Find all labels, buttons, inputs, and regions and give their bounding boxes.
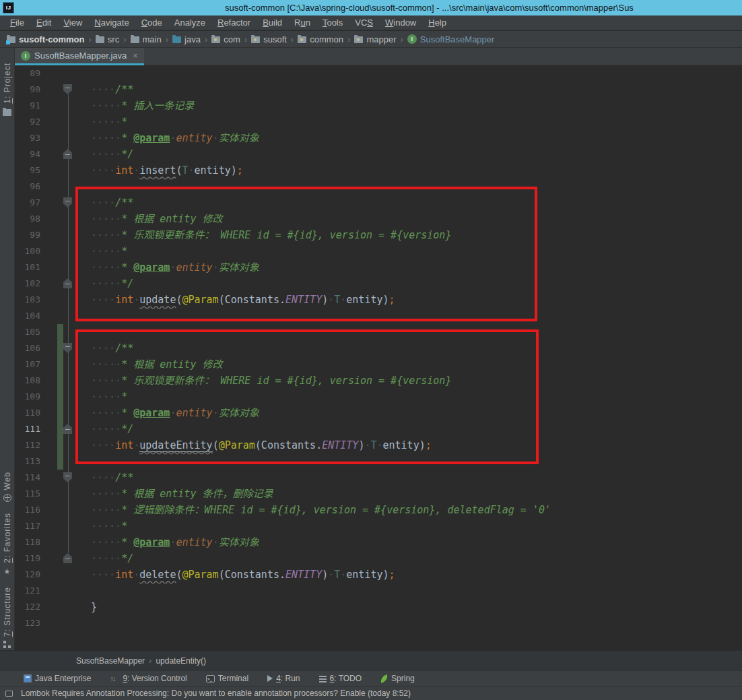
- menu-analyze[interactable]: Analyze: [168, 18, 211, 28]
- stripe-bottom-group: Web2: Favorites7: Structure: [3, 472, 12, 666]
- breadcrumb-item-common[interactable]: common: [298, 34, 343, 44]
- sidebar-item-2-favorites[interactable]: 2: Favorites: [3, 513, 12, 576]
- code-line-90[interactable]: 90····/**: [15, 82, 742, 98]
- bottom-breadcrumb-item-susoftbasemapper[interactable]: SusoftBaseMapper: [76, 656, 145, 666]
- code-line-120[interactable]: 120····int·delete(@Param(Constants.ENTIT…: [15, 567, 742, 583]
- code-line-110[interactable]: 110·····* @param·entity·实体对象: [15, 405, 742, 421]
- code-text: ·····*: [91, 114, 127, 130]
- bottom-breadcrumb: SusoftBaseMapper›updateEntity(): [0, 650, 742, 670]
- status-message[interactable]: Lombok Requires Annotation Processing: D…: [21, 689, 411, 698]
- code-line-96[interactable]: 96: [15, 179, 742, 195]
- code-line-102[interactable]: 102·····*/: [15, 276, 742, 292]
- sidebar-item-1-project[interactable]: 1: Project: [3, 63, 12, 116]
- bottom-breadcrumb-item-updateentity[interactable]: updateEntity(): [156, 656, 206, 666]
- code-line-98[interactable]: 98·····* 根据 entity 修改: [15, 211, 742, 227]
- toolbar-button-9-version-control[interactable]: 9: Version Control: [110, 674, 187, 683]
- menu-file[interactable]: File: [4, 18, 30, 28]
- gutter-fold-cell: [46, 227, 91, 243]
- menu-refactor[interactable]: Refactor: [211, 18, 257, 28]
- code-line-91[interactable]: 91·····* 插入一条记录: [15, 98, 742, 114]
- code-line-104[interactable]: 104: [15, 308, 742, 324]
- breadcrumb-separator: ›: [123, 34, 126, 44]
- menu-code[interactable]: Code: [135, 18, 168, 28]
- toolbar-button-4-run[interactable]: 4: Run: [267, 674, 300, 683]
- code-line-93[interactable]: 93·····* @param·entity·实体对象: [15, 130, 742, 146]
- close-icon[interactable]: ×: [133, 51, 138, 60]
- fold-collapse-marker[interactable]: [63, 472, 72, 482]
- breadcrumb-item-susoft[interactable]: susoft: [251, 34, 287, 44]
- fold-collapse-marker[interactable]: [63, 553, 72, 563]
- code-line-116[interactable]: 116·····* 逻辑删除条件：WHERE id = #{id}, versi…: [15, 502, 742, 518]
- code-text: ·····* @param·entity·实体对象: [91, 534, 259, 550]
- toolbar-button-terminal[interactable]: Terminal: [206, 674, 248, 683]
- ide-window: { "window": { "title": "susoft-common [C…: [0, 0, 742, 700]
- sidebar-item-7-structure[interactable]: 7: Structure: [3, 587, 12, 648]
- tab-susoftbasemapper-java[interactable]: SusoftBaseMapper.java ×: [15, 48, 144, 65]
- code-line-117[interactable]: 117·····*: [15, 518, 742, 534]
- code-line-108[interactable]: 108·····* 乐观锁更新条件： WHERE id = #{id}, ver…: [15, 373, 742, 389]
- code-line-101[interactable]: 101·····* @param·entity·实体对象: [15, 259, 742, 276]
- left-tool-window-stripe: 1: Project Web2: Favorites7: Structure: [0, 48, 15, 670]
- menu-window[interactable]: Window: [379, 18, 422, 28]
- toolbar-button-6-todo[interactable]: 6: TODO: [319, 674, 362, 683]
- breadcrumb-item-com[interactable]: com: [211, 34, 240, 44]
- toolbar-button-spring[interactable]: Spring: [380, 674, 415, 683]
- code-line-115[interactable]: 115·····* 根据 entity 条件，删除记录: [15, 486, 742, 502]
- code-line-103[interactable]: 103····int·update(@Param(Constants.ENTIT…: [15, 292, 742, 308]
- code-line-94[interactable]: 94·····*/: [15, 146, 742, 162]
- toolbar-button-java-enterprise[interactable]: Java Enterprise: [24, 674, 91, 683]
- menu-vcs[interactable]: VCS: [349, 18, 379, 28]
- structure-icon: [3, 641, 11, 648]
- menu-tools[interactable]: Tools: [316, 18, 349, 28]
- fold-collapse-marker[interactable]: [63, 343, 72, 353]
- menu-navigate[interactable]: Navigate: [88, 18, 135, 28]
- code-text: ·····* 根据 entity 条件，删除记录: [91, 486, 273, 502]
- code-line-106[interactable]: 106····/**: [15, 340, 742, 356]
- code-line-111[interactable]: 111·····*/: [15, 421, 742, 437]
- breadcrumb-item-susoftbasemapper[interactable]: SusoftBaseMapper: [407, 34, 495, 44]
- gutter-fold-cell: [46, 453, 91, 470]
- menu-view[interactable]: View: [57, 18, 88, 28]
- gutter-fold-cell: [46, 356, 91, 373]
- fold-collapse-marker[interactable]: [63, 149, 72, 159]
- code-line-107[interactable]: 107·····* 根据 entity 修改: [15, 356, 742, 373]
- breadcrumb-item-main[interactable]: main: [131, 34, 162, 44]
- line-number: 121: [15, 583, 46, 599]
- code-line-118[interactable]: 118·····* @param·entity·实体对象: [15, 534, 742, 550]
- line-number: 92: [15, 114, 46, 130]
- breadcrumb-item-src[interactable]: src: [96, 34, 119, 44]
- fold-collapse-marker[interactable]: [63, 278, 72, 288]
- code-line-112[interactable]: 112····int·updateEntity(@Param(Constants…: [15, 437, 742, 453]
- code-line-114[interactable]: 114····/**: [15, 470, 742, 486]
- code-line-99[interactable]: 99·····* 乐观锁更新条件： WHERE id = #{id}, vers…: [15, 227, 742, 243]
- toolbar-button-label: Java Enterprise: [35, 674, 91, 683]
- code-line-100[interactable]: 100·····*: [15, 243, 742, 259]
- code-line-97[interactable]: 97····/**: [15, 195, 742, 211]
- code-editor[interactable]: 8990····/**91·····* 插入一条记录92·····*93····…: [15, 65, 742, 650]
- code-line-113[interactable]: 113: [15, 453, 742, 470]
- code-line-105[interactable]: 105: [15, 324, 742, 340]
- gutter-fold-cell: [46, 292, 91, 308]
- breadcrumb-item-java[interactable]: java: [172, 34, 201, 44]
- fold-collapse-marker[interactable]: [63, 424, 72, 434]
- code-line-95[interactable]: 95····int·insert(T·entity);: [15, 162, 742, 179]
- code-line-89[interactable]: 89: [15, 65, 742, 82]
- code-line-122[interactable]: 122}: [15, 599, 742, 615]
- code-line-119[interactable]: 119·····*/: [15, 550, 742, 567]
- code-line-121[interactable]: 121: [15, 583, 742, 599]
- menu-build[interactable]: Build: [257, 18, 288, 28]
- sidebar-item-web[interactable]: Web: [3, 472, 12, 502]
- fold-collapse-marker[interactable]: [63, 84, 72, 94]
- menu-run[interactable]: Run: [288, 18, 316, 28]
- menu-help[interactable]: Help: [422, 18, 452, 28]
- gutter-fold-cell: [46, 583, 91, 599]
- breadcrumb-item-mapper[interactable]: mapper: [354, 34, 396, 44]
- breadcrumb-item-susoft-common[interactable]: susoft-common: [7, 34, 85, 44]
- menu-edit[interactable]: Edit: [30, 18, 57, 28]
- line-number: 113: [15, 453, 46, 470]
- code-line-123[interactable]: 123: [15, 615, 742, 631]
- gutter-fold-cell: [46, 421, 91, 437]
- fold-collapse-marker[interactable]: [63, 197, 72, 208]
- code-line-92[interactable]: 92·····*: [15, 114, 742, 130]
- code-line-109[interactable]: 109·····*: [15, 389, 742, 405]
